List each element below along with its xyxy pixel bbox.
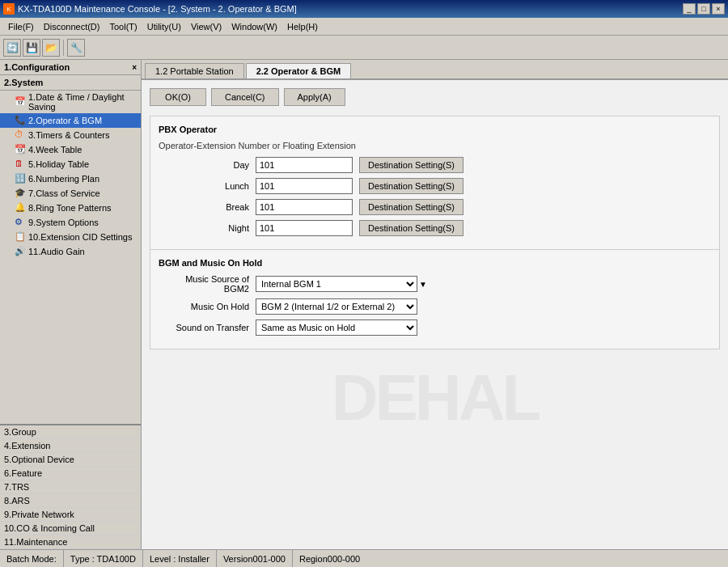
sidebar-item-system-options[interactable]: ⚙ 9.System Options — [0, 215, 141, 230]
status-batch-mode: Batch Mode: — [0, 550, 64, 567]
status-version: Version001-000 — [217, 550, 293, 567]
sys-icon: ⚙ — [15, 217, 26, 228]
music-on-hold-label: Music On Hold — [159, 302, 256, 311]
tab-portable-station[interactable]: 1.2 Portable Station — [145, 63, 244, 78]
break-form-group: Break Destination Setting(S) — [159, 199, 711, 215]
pbx-operator-section: PBX Operator Operator-Extension Number o… — [150, 116, 720, 250]
sidebar-item-week-label: 4.Week Table — [28, 145, 82, 154]
tab-bar: 1.2 Portable Station 2.2 Operator & BGM — [142, 60, 728, 80]
toolbar: 🔄 💾 📂 🔧 — [0, 36, 728, 60]
sound-on-transfer-select[interactable]: Same as Music on Hold BGM 1 BGM 2 None — [256, 319, 417, 336]
day-input[interactable] — [256, 157, 353, 173]
sidebar-bottom-section: 3.Group 4.Extension 5.Optional Device 6.… — [0, 424, 141, 549]
numbering-icon: 🔢 — [15, 173, 26, 184]
tab-operator-bgm[interactable]: 2.2 Operator & BGM — [246, 63, 352, 78]
sidebar-group-trs[interactable]: 7.TRS — [0, 480, 141, 494]
sidebar-configuration-header[interactable]: 1.Configuration × — [0, 60, 141, 75]
break-input[interactable] — [256, 199, 353, 215]
title-controls[interactable]: _ □ × — [683, 3, 725, 15]
toolbar-settings-button[interactable]: 🔧 — [67, 39, 85, 57]
day-form-group: Day Destination Setting(S) — [159, 157, 711, 173]
operator-ext-subtitle: Operator-Extension Number or Floating Ex… — [159, 141, 711, 150]
sidebar-item-week-table[interactable]: 📆 4.Week Table — [0, 142, 141, 157]
bgm-section-title: BGM and Music On Hold — [159, 258, 711, 268]
sound-on-transfer-label: Sound on Transfer — [159, 323, 256, 332]
close-button[interactable]: × — [712, 3, 725, 15]
sidebar-group-maintenance[interactable]: 11.Maintenance — [0, 535, 141, 549]
sidebar-item-date-time[interactable]: 📅 1.Date & Time / Daylight Saving — [0, 91, 141, 113]
watermark-logo: DEHAL — [332, 361, 539, 435]
menu-tool[interactable]: Tool(T) — [104, 20, 142, 33]
sidebar-group-private-network[interactable]: 9.Private Network — [0, 508, 141, 522]
sidebar-item-timers-counters[interactable]: ⏱ 3.Timers & Counters — [0, 128, 141, 142]
sidebar-group-optional-device[interactable]: 5.Optional Device — [0, 453, 141, 467]
status-type: Type : TDA100D — [64, 550, 143, 567]
sidebar: 1.Configuration × 2.System 📅 1.Date & Ti… — [0, 60, 142, 549]
ext-icon: 📋 — [15, 231, 26, 243]
pbx-operator-title: PBX Operator — [159, 125, 711, 134]
menu-help[interactable]: Help(H) — [282, 20, 323, 33]
sidebar-close-icon[interactable]: × — [132, 63, 137, 72]
ok-button[interactable]: OK(O) — [150, 88, 206, 106]
menu-utility[interactable]: Utility(U) — [142, 20, 186, 33]
sidebar-item-holiday-table[interactable]: 🗓 5.Holiday Table — [0, 157, 141, 171]
restore-button[interactable]: □ — [697, 3, 710, 15]
sidebar-item-operator-bgm-label: 2.Operator & BGM — [28, 116, 102, 125]
bgm2-label: Music Source of BGM2 — [159, 274, 256, 294]
cos-icon: 🎓 — [15, 188, 26, 199]
sidebar-top-section: 1.Configuration × 2.System 📅 1.Date & Ti… — [0, 60, 141, 424]
night-input[interactable] — [256, 220, 353, 236]
week-icon: 📆 — [15, 144, 26, 155]
bgm2-dropdown-icon: ▼ — [419, 280, 427, 289]
sidebar-item-extension-cid[interactable]: 📋 10.Extension CID Settings — [0, 230, 141, 244]
menu-window[interactable]: Window(W) — [226, 20, 282, 33]
sidebar-system-header[interactable]: 2.System — [0, 75, 141, 91]
toolbar-open-button[interactable]: 📂 — [42, 39, 60, 57]
sidebar-item-cos[interactable]: 🎓 7.Class of Service — [0, 186, 141, 201]
action-buttons: OK(O) Cancel(C) Apply(A) — [150, 88, 720, 106]
lunch-input[interactable] — [256, 178, 353, 194]
lunch-label: Lunch — [159, 181, 256, 191]
title-bar: K KX-TDA100D Maintenance Console - [2. S… — [0, 0, 728, 18]
app-icon: K — [3, 3, 15, 15]
music-on-hold-group: Music On Hold BGM 1 (Internal 1/2 or Ext… — [159, 298, 711, 315]
status-level: Level : Installer — [143, 550, 217, 567]
sidebar-item-audio-label: 11.Audio Gain — [28, 247, 85, 256]
toolbar-save-button[interactable]: 💾 — [23, 39, 40, 57]
sidebar-item-audio-gain[interactable]: 🔊 11.Audio Gain — [0, 244, 141, 259]
cancel-button[interactable]: Cancel(C) — [211, 88, 279, 106]
sidebar-configuration-label: 1.Configuration — [4, 62, 70, 72]
sidebar-group-ars[interactable]: 8.ARS — [0, 494, 141, 508]
sidebar-group-group[interactable]: 3.Group — [0, 425, 141, 439]
sidebar-group-feature[interactable]: 6.Feature — [0, 467, 141, 480]
status-region: Region000-000 — [293, 550, 728, 567]
break-destination-button[interactable]: Destination Setting(S) — [359, 199, 463, 215]
watermark-area: DEHAL — [150, 349, 720, 446]
night-form-group: Night Destination Setting(S) — [159, 220, 711, 236]
sidebar-item-timers-label: 3.Timers & Counters — [28, 130, 109, 140]
menu-file[interactable]: File(F) — [3, 20, 39, 33]
music-on-hold-select[interactable]: BGM 1 (Internal 1/2 or External 1) BGM 2… — [256, 298, 417, 315]
sidebar-group-extension[interactable]: 4.Extension — [0, 439, 141, 453]
night-label: Night — [159, 223, 256, 233]
sidebar-item-numbering-plan[interactable]: 🔢 6.Numbering Plan — [0, 171, 141, 186]
timers-icon: ⏱ — [15, 129, 26, 141]
bgm-section: BGM and Music On Hold Music Source of BG… — [150, 250, 720, 349]
menu-disconnect[interactable]: Disconnect(D) — [39, 20, 105, 33]
window-title: KX-TDA100D Maintenance Console - [2. Sys… — [18, 4, 297, 14]
lunch-destination-button[interactable]: Destination Setting(S) — [359, 178, 463, 194]
bgm2-select[interactable]: Internal BGM 1 Internal BGM 2 External B… — [256, 276, 417, 292]
sidebar-item-operator-bgm[interactable]: 📞 2.Operator & BGM — [0, 113, 141, 128]
sidebar-item-ring-tone[interactable]: 🔔 8.Ring Tone Patterns — [0, 201, 141, 215]
day-destination-button[interactable]: Destination Setting(S) — [359, 157, 463, 173]
toolbar-separator — [63, 40, 64, 56]
content-area: 1.2 Portable Station 2.2 Operator & BGM … — [142, 60, 728, 549]
menu-view[interactable]: View(V) — [186, 20, 226, 33]
toolbar-refresh-button[interactable]: 🔄 — [3, 39, 21, 57]
apply-button[interactable]: Apply(A) — [284, 88, 345, 106]
sidebar-group-co-incoming[interactable]: 10.CO & Incoming Call — [0, 522, 141, 535]
audio-icon: 🔊 — [15, 246, 26, 257]
menu-bar: File(F) Disconnect(D) Tool(T) Utility(U)… — [0, 18, 728, 36]
minimize-button[interactable]: _ — [683, 3, 696, 15]
night-destination-button[interactable]: Destination Setting(S) — [359, 220, 463, 236]
